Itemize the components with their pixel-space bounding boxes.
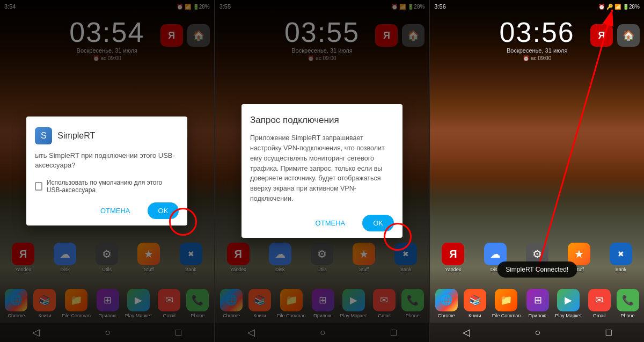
back-btn-3[interactable]: ◁ [463,326,470,338]
alarm-3: ⏰ ас 09:00 [523,55,551,61]
dialog-title-row-1: S SimpleRT [35,127,179,144]
dialog-app-icon-1: S [35,127,52,144]
top-app-icons-3: Я 🏠 [590,24,640,47]
dock-label-chrome-3: Chrome [438,313,455,318]
dock-icon-fc-3: 📁 [495,289,517,311]
clock-3: 03:56 [500,16,575,48]
alarm-time-3: ас 09:00 [531,55,551,61]
phone-panel-1: 3:54 ⏰ 📶 🔋28% 03:54 Воскресенье, 31 июля… [0,0,214,342]
dock-label-gmail-3: Gmail [593,313,606,318]
dock-icon-phone-3: 📞 [617,289,639,311]
dock-label-books-3: Книги [469,313,481,318]
grid-bank-3[interactable]: ✖ Bank [610,243,632,272]
dialog-cancel-btn-1[interactable]: ОТМЕНА [92,202,139,219]
dock-gmail-3[interactable]: ✉ Gmail [588,289,611,318]
dialog-checkbox-label-1: Использовать по умолчанию для этого USB-… [47,179,179,194]
icon-yandex-3: Я [442,243,464,265]
dialog-checkbox-1[interactable] [35,182,42,191]
wifi-icon-3: 📶 [614,4,621,10]
dock-chrome-3[interactable]: 🌐 Chrome [435,289,458,318]
vpn-cancel-btn-2[interactable]: ОТМЕНА [307,215,354,231]
dock-label-fc-3: File Comman [492,313,521,318]
vpn-dialog-title-2: Запрос подключения [250,115,394,126]
date-3: Воскресенье, 31 июля [507,47,567,54]
dock-icon-apps-3: ⊞ [526,289,549,311]
status-icons-3: ⏰ 🔑 📶 🔋28% [598,4,640,10]
dialog-overlay-2: Запрос подключения Приложение SimpleRT з… [215,0,429,342]
recent-btn-3[interactable]: □ [606,327,612,338]
alarm-icon-3: ⏰ [598,4,605,10]
top-icon-yandex-3[interactable]: Я [590,24,613,47]
status-bar-3: 3:56 ⏰ 🔑 📶 🔋28% [430,0,644,13]
dialog-body-1: ыть SimpleRT при подключении этого USB-а… [35,151,179,170]
vpn-dialog-body-2: Приложение SimpleRT запрашивает настройк… [250,133,394,203]
dock-label-market-3: Play Маркет [555,313,582,318]
dock-market-3[interactable]: ▶ Play Маркет [555,289,582,318]
dock-icon-chrome-3: 🌐 [435,289,458,311]
label-yandex-3: Yandex [445,267,461,272]
dock-3: 🌐 Chrome 📚 Книги 📁 File Comman ⊞ Прилож.… [430,286,644,322]
dock-fc-3[interactable]: 📁 File Comman [492,289,521,318]
phone-panel-2: 3:55 ⏰ 📶 🔋28% 03:55 Воскресенье, 31 июля… [215,0,429,342]
battery-icon-3: 🔋28% [623,4,640,10]
key-icon-3: 🔑 [606,4,613,10]
dock-icon-market-3: ▶ [557,289,580,311]
alarm-icon-text-3: ⏰ [523,55,529,61]
vpn-dialog-2: Запрос подключения Приложение SimpleRT з… [241,104,402,237]
home-btn-3[interactable]: ○ [535,327,541,338]
dock-icon-gmail-3: ✉ [588,289,611,311]
dialog-checkbox-row-1: Использовать по умолчанию для этого USB-… [35,179,179,194]
vpn-dialog-buttons-2: ОТМЕНА OK [250,215,394,231]
icon-bank-3: ✖ [610,243,632,265]
dock-icon-books-3: 📚 [464,289,486,311]
dialog-box-1: S SimpleRT ыть SimpleRT при подключении … [26,117,187,225]
toast-3: SimpleRT Connected! [497,261,577,278]
dialog-title-1: SimpleRT [57,131,95,141]
status-time-3: 3:56 [434,3,445,10]
dock-books-3[interactable]: 📚 Книги [464,289,486,318]
dock-phone-3[interactable]: 📞 Phone [617,289,639,318]
vpn-ok-btn-2[interactable]: OK [362,215,394,231]
nav-bar-3: ◁ ○ □ [430,323,644,342]
top-icon-app2-3[interactable]: 🏠 [617,24,640,47]
phone-panel-3: 3:56 ⏰ 🔑 📶 🔋28% 03:56 Воскресенье, 31 ию… [430,0,644,342]
dock-label-apps-3: Прилож. [529,313,547,318]
grid-yandex-3[interactable]: Я Yandex [442,243,464,272]
dock-label-phone-3: Phone [621,313,635,318]
dialog-ok-btn-1[interactable]: OK [148,202,179,219]
dialog-buttons-1: ОТМЕНА OK [35,202,179,219]
dock-apps-3[interactable]: ⊞ Прилож. [526,289,549,318]
dialog-overlay-1: S SimpleRT ыть SimpleRT при подключении … [0,0,214,342]
label-bank-3: Bank [616,267,627,272]
